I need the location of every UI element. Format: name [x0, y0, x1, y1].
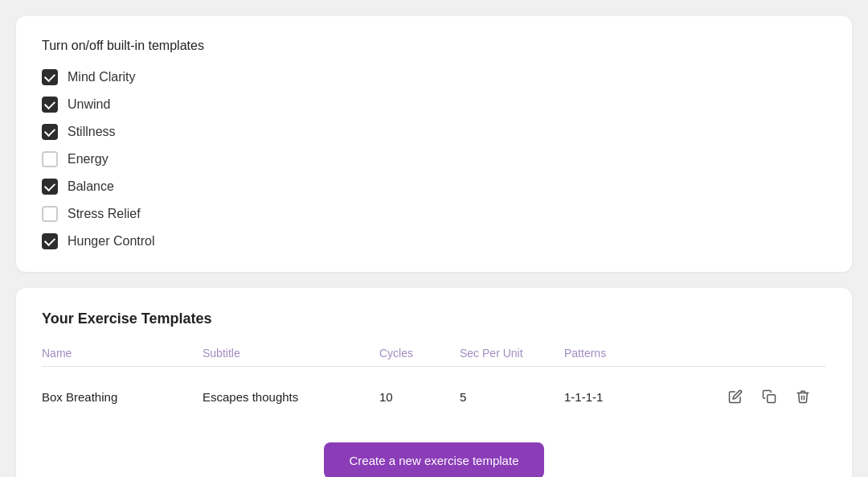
col-actions — [725, 347, 826, 360]
checkbox-stillness[interactable] — [42, 124, 58, 140]
checkbox-hunger-control[interactable] — [42, 233, 58, 249]
checkbox-label-energy[interactable]: Energy — [68, 152, 108, 167]
edit-button[interactable] — [725, 386, 746, 407]
built-in-templates-card: Turn on/off built-in templates Mind Clar… — [16, 16, 852, 272]
cell-name: Box Breathing — [42, 390, 203, 404]
col-patterns: Patterns — [564, 347, 725, 360]
checkbox-unwind[interactable] — [42, 97, 58, 113]
cell-sec_per_unit: 5 — [460, 390, 564, 404]
create-exercise-template-button[interactable]: Create a new exercise template — [324, 442, 545, 477]
checkbox-item-hunger-control: Hunger Control — [42, 233, 826, 249]
checkbox-label-balance[interactable]: Balance — [68, 179, 114, 194]
table-row: Box BreathingEscapes thoughts1051-1-1-1 — [42, 373, 826, 420]
checkbox-label-stillness[interactable]: Stillness — [68, 125, 116, 139]
checkbox-label-hunger-control[interactable]: Hunger Control — [68, 234, 155, 249]
checkbox-item-stress-relief: Stress Relief — [42, 206, 826, 222]
cell-cycles: 10 — [379, 390, 460, 404]
table-rows-container: Box BreathingEscapes thoughts1051-1-1-1 — [42, 373, 826, 420]
checkbox-stress-relief[interactable] — [42, 206, 58, 222]
checkbox-energy[interactable] — [42, 151, 58, 167]
template-checkbox-list: Mind ClarityUnwindStillnessEnergyBalance… — [42, 69, 826, 249]
col-subtitle: Subtitle — [203, 347, 379, 360]
row-actions — [725, 386, 826, 407]
svg-rect-0 — [768, 395, 776, 403]
delete-button[interactable] — [792, 386, 813, 407]
cell-patterns: 1-1-1-1 — [564, 390, 725, 404]
checkbox-item-energy: Energy — [42, 151, 826, 167]
table-header: Name Subtitle Cycles Sec Per Unit Patter… — [42, 347, 826, 367]
checkbox-mind-clarity[interactable] — [42, 69, 58, 85]
checkbox-balance[interactable] — [42, 179, 58, 195]
create-button-wrapper: Create a new exercise template — [42, 442, 826, 477]
checkbox-item-mind-clarity: Mind Clarity — [42, 69, 826, 85]
checkbox-item-stillness: Stillness — [42, 124, 826, 140]
checkbox-label-mind-clarity[interactable]: Mind Clarity — [68, 70, 135, 84]
exercise-templates-card: Your Exercise Templates Name Subtitle Cy… — [16, 288, 852, 477]
copy-button[interactable] — [759, 386, 780, 407]
col-sec-per-unit: Sec Per Unit — [460, 347, 564, 360]
checkbox-item-balance: Balance — [42, 179, 826, 195]
cell-subtitle: Escapes thoughts — [203, 390, 379, 404]
checkbox-item-unwind: Unwind — [42, 97, 826, 113]
col-name: Name — [42, 347, 203, 360]
col-cycles: Cycles — [379, 347, 460, 360]
checkbox-label-unwind[interactable]: Unwind — [68, 97, 110, 112]
built-in-section-title: Turn on/off built-in templates — [42, 39, 826, 53]
checkbox-label-stress-relief[interactable]: Stress Relief — [68, 207, 141, 221]
exercise-section-title: Your Exercise Templates — [42, 310, 826, 327]
